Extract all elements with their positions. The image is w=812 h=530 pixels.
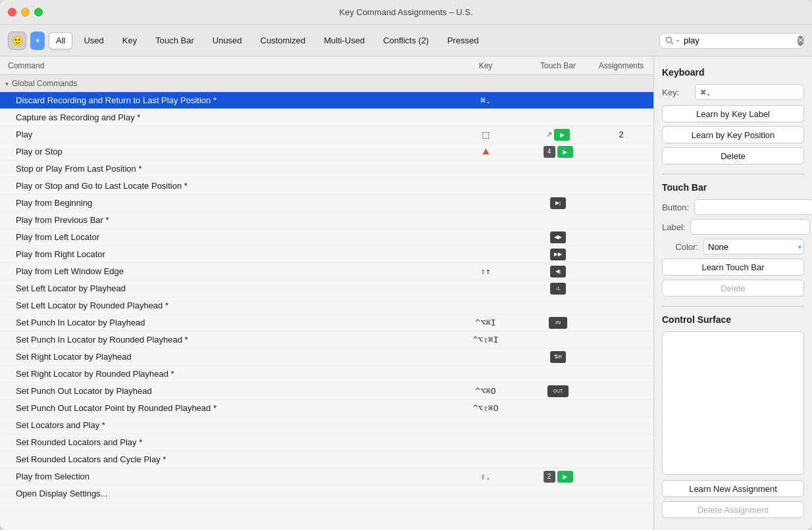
color-select[interactable]: None Red Blue Green (703, 239, 804, 254)
table-row[interactable]: Set Rounded Locators and Play * (0, 434, 653, 451)
row-touchbar: OUT (522, 385, 594, 397)
filter-all[interactable]: All (49, 32, 72, 49)
table-row[interactable]: Set Punch In Locator by Rounded Playhead… (0, 331, 653, 349)
row-command: Open Display Settings... (0, 489, 449, 498)
right-panel: Keyboard Key: ⌘. Learn by Key Label Lear… (654, 57, 812, 530)
toolbar: 🙂 ▾ All Used Key Touch Bar Unused Custom… (0, 25, 812, 57)
table-row[interactable]: Set Right Locator by Rounded Playhead * (0, 366, 653, 383)
keyboard-section-title: Keyboard (662, 67, 804, 78)
delete-assignment-button: Delete Assignment (662, 501, 804, 518)
col-touchbar-header: Touch Bar (522, 61, 594, 70)
table-row[interactable]: Play from Previous Bar * (0, 212, 653, 229)
row-touchbar: 2 ▶ (522, 471, 594, 483)
divider-2 (662, 306, 804, 306)
table-row[interactable]: Set Punch Out Locator Point by Rounded P… (0, 400, 653, 417)
row-command: Play from Right Locator (0, 249, 449, 259)
filter-pressed[interactable]: Pressed (440, 32, 486, 49)
row-command: Play from Left Locator (0, 232, 449, 242)
row-key: ⬚ (449, 128, 522, 141)
table-row[interactable]: Play or Stop and Go to Last Locate Posit… (0, 178, 653, 195)
button-field-label: Button: (662, 203, 689, 212)
table-row[interactable]: Stop or Play From Last Position * (0, 160, 653, 178)
search-clear-button[interactable]: ✕ (798, 36, 803, 46)
row-command: Play from Beginning (0, 198, 449, 208)
filter-conflicts[interactable]: Conflicts (2) (376, 32, 436, 49)
row-touchbar: IN (522, 317, 594, 329)
table-row[interactable]: Play from Left Window Edge ⇧↑ ◀| (0, 263, 653, 280)
table-row[interactable]: Set Left Locator by Playhead ↓L (0, 280, 653, 297)
filter-multi-used[interactable]: Multi-Used (317, 32, 372, 49)
label-field-input[interactable] (690, 219, 810, 235)
col-assignments-header: Assignments (594, 61, 653, 70)
group-chevron-icon: ▾ (5, 80, 9, 87)
row-key: ⇧. (449, 471, 522, 481)
row-command: Play from Left Window Edge (0, 266, 449, 276)
emoji-button[interactable]: 🙂 (8, 32, 26, 50)
table-row[interactable]: Set Right Locator by Playhead ⇅R (0, 349, 653, 366)
table-row[interactable]: Play or Stop 🔺 4 ▶ (0, 143, 653, 160)
filter-key[interactable]: Key (115, 32, 144, 49)
filter-touch-bar[interactable]: Touch Bar (148, 32, 201, 49)
learn-new-assignment-button[interactable]: Learn New Assignment (662, 480, 804, 497)
table-row[interactable]: Set Punch In Locator by Playhead ^⌥⌘I IN (0, 314, 653, 331)
row-key: ^⌥⇧⌘O (449, 403, 522, 413)
row-command: Set Punch In Locator by Playhead (0, 318, 449, 327)
row-key: 🔺 (449, 145, 522, 158)
color-field-row: Color: None Red Blue Green ▾ (662, 239, 804, 254)
button-field-input[interactable] (694, 199, 812, 215)
table-body: ▾ Global Commands Discard Recording and … (0, 75, 653, 530)
row-command: Set Left Locator by Rounded Playhead * (0, 301, 449, 310)
search-input[interactable] (684, 36, 794, 45)
row-command: Capture as Recording and Play * (0, 112, 449, 122)
table-row[interactable]: Play from Left Locator ◀▶ (0, 229, 653, 246)
learn-by-key-position-button[interactable]: Learn by Key Position (662, 126, 804, 143)
label-field-label: Label: (662, 222, 685, 232)
maximize-button[interactable] (34, 8, 43, 16)
row-key: ^⌥⌘I (449, 318, 522, 327)
touchbar-delete-button: Delete (662, 279, 804, 297)
col-command-header: Command (0, 61, 449, 70)
row-touchbar: ▶▶ (522, 249, 594, 260)
row-command: Play from Selection (0, 471, 449, 481)
table-row[interactable]: Set Locators and Play * (0, 417, 653, 434)
table-row[interactable]: Play from Right Locator ▶▶ (0, 246, 653, 263)
button-field-row: Button: (662, 199, 804, 215)
minimize-button[interactable] (21, 8, 30, 16)
table-row[interactable]: Open Display Settings... (0, 485, 653, 502)
close-button[interactable] (8, 8, 16, 16)
row-command: Set Rounded Locators and Play * (0, 437, 449, 447)
row-command: Set Left Locator by Playhead (0, 283, 449, 293)
search-box: ✕ (659, 33, 804, 49)
row-command: Stop or Play From Last Position * (0, 164, 449, 174)
row-command: Set Rounded Locators and Cycle Play * (0, 454, 449, 464)
table-row[interactable]: Capture as Recording and Play * (0, 109, 653, 126)
group-header: ▾ Global Commands (0, 75, 653, 92)
filter-customized[interactable]: Customized (253, 32, 313, 49)
dropdown-button[interactable]: ▾ (30, 32, 45, 50)
touchbar-section-title: Touch Bar (662, 182, 804, 193)
keyboard-delete-button[interactable]: Delete (662, 147, 804, 164)
table-row[interactable]: Play from Beginning ▶| (0, 195, 653, 212)
row-touchbar: ⇅R (522, 351, 594, 363)
learn-touch-bar-button[interactable]: Learn Touch Bar (662, 258, 804, 276)
table-row[interactable]: Play ⬚ ↗ ▶ 2 (0, 126, 653, 143)
title-bar: Key Command Assignments – U.S. (0, 0, 812, 25)
row-assignments: 2 (594, 130, 653, 139)
table-row[interactable]: Discard Recording and Return to Last Pla… (0, 92, 653, 109)
row-command: Set Locators and Play * (0, 420, 449, 430)
learn-by-key-label-button[interactable]: Learn by Key Label (662, 105, 804, 122)
row-command: Set Punch Out Locator by Playhead (0, 386, 449, 396)
table-header: Command Key Touch Bar Assignments (0, 57, 653, 75)
row-command: Set Right Locator by Rounded Playhead * (0, 369, 449, 379)
row-touchbar: ↓L (522, 283, 594, 295)
window-title: Key Command Assignments – U.S. (339, 7, 472, 17)
filter-unused[interactable]: Unused (205, 32, 249, 49)
filter-used[interactable]: Used (76, 32, 111, 49)
row-key: ⇧↑ (449, 266, 522, 276)
table-row[interactable]: Set Left Locator by Rounded Playhead * (0, 297, 653, 314)
table-row[interactable]: Play from Selection ⇧. 2 ▶ (0, 468, 653, 485)
table-row[interactable]: Set Punch Out Locator by Playhead ^⌥⌘O O… (0, 383, 653, 400)
row-key: ⌘. (449, 95, 522, 105)
color-field-label: Color: (662, 242, 698, 252)
table-row[interactable]: Set Rounded Locators and Cycle Play * (0, 451, 653, 468)
